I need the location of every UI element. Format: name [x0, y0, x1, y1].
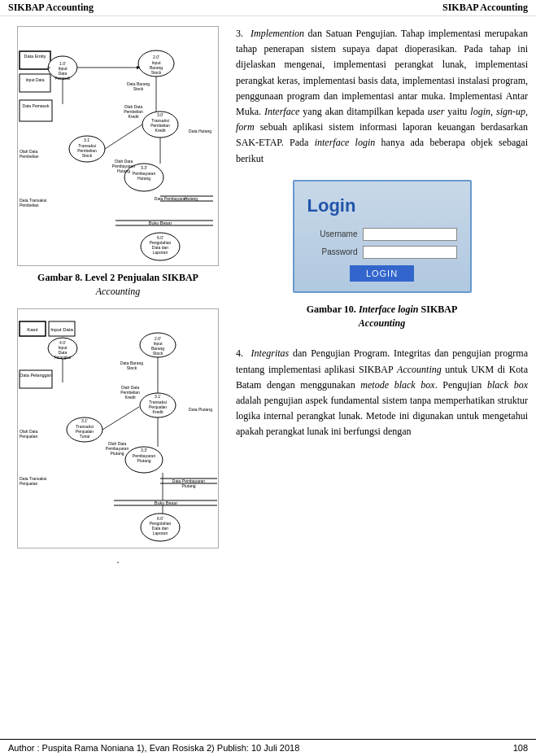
figure10-caption-italic2: Accounting — [359, 317, 405, 329]
svg-text:Hutang: Hutang — [185, 196, 198, 201]
figure8-caption-bold: Gambar 8. Level 2 Penjualan SIKBAP — [37, 272, 198, 283]
svg-text:Laporan: Laporan — [153, 250, 168, 255]
svg-text:Buku Besar: Buku Besar — [155, 500, 178, 505]
svg-text:Laporan: Laporan — [153, 531, 168, 535]
password-field: Password — [307, 246, 457, 259]
svg-text:Hutang: Hutang — [137, 176, 150, 181]
dfd-figure8-svg: Data Entity Input Data Data Pemasok 1.0'… — [18, 27, 220, 267]
svg-text:Penjualan: Penjualan — [20, 481, 37, 486]
item4-text4: . Pengujian — [435, 379, 487, 391]
svg-text:Kredit: Kredit — [155, 128, 166, 133]
footer-author: Author : Puspita Rama Noniana 1), Evan R… — [8, 743, 299, 753]
item4-text6: adalah pengujian aspek fundamental siste… — [236, 395, 528, 437]
svg-text:Data: Data — [59, 71, 68, 76]
svg-text:3.1': 3.1' — [155, 394, 161, 399]
svg-text:Hutang: Hutang — [117, 168, 130, 173]
svg-text:Stock: Stock — [153, 351, 163, 356]
figure10-caption-italic: Interface login — [359, 304, 419, 315]
header-right: SIKBAP Accounting — [442, 2, 528, 14]
item4-number: 4. — [236, 347, 243, 359]
svg-line-59 — [105, 125, 142, 149]
password-input[interactable] — [363, 246, 457, 259]
username-field: Username — [307, 228, 457, 241]
figure10-caption-bold: Gambar 10. Interface login SIKBAP — [307, 304, 457, 315]
item3-user: user — [428, 106, 445, 117]
figure9-end-dot: . — [117, 553, 120, 567]
dfd-figure9-svg: Kasir Input Data Data Pelanggan 4.0' Inp… — [18, 309, 220, 549]
svg-text:Stock: Stock — [151, 70, 162, 75]
item3-text1: dan Satuan Pengujian. Tahap implementasi… — [236, 28, 528, 117]
footer-page: 108 — [513, 743, 528, 753]
page-header: SIKBAP Accounting SIKBAP Accounting — [0, 0, 536, 16]
left-column: Data Entity Input Data Data Pemasok 1.0'… — [8, 26, 228, 732]
svg-text:Stock: Stock — [133, 86, 144, 91]
main-content: Data Entity Input Data Data Pemasok 1.0'… — [0, 20, 536, 739]
right-column: 3. Implemention dan Satuan Pengujian. Ta… — [236, 26, 528, 732]
svg-text:Data Pemasok: Data Pemasok — [23, 103, 50, 108]
item3-number: 3. — [236, 28, 243, 39]
svg-line-118 — [102, 407, 139, 430]
svg-text:Kasir: Kasir — [27, 327, 38, 332]
svg-text:Piutang: Piutang — [137, 458, 151, 463]
password-label: Password — [307, 246, 358, 259]
figure8-caption-italic: Accounting — [96, 286, 141, 297]
svg-text:Stock: Stock — [82, 153, 93, 158]
figure10-caption: Gambar 10. Interface login SIKBAP Accoun… — [307, 303, 457, 330]
figure10-container: Login Username Password LOGIN — [236, 173, 528, 340]
svg-text:Data Pelanggan: Data Pelanggan — [20, 373, 51, 378]
svg-text:Pembelian: Pembelian — [20, 154, 39, 159]
login-title: Login — [307, 191, 457, 220]
svg-text:Penjualan: Penjualan — [20, 434, 37, 439]
svg-text:Kredit: Kredit — [152, 409, 163, 414]
svg-text:Tunai: Tunai — [80, 434, 89, 439]
svg-text:3.1': 3.1' — [84, 138, 90, 142]
item4-metode: metode black box — [360, 379, 434, 391]
svg-text:Piutang: Piutang — [182, 483, 196, 488]
svg-text:Buku Besar: Buku Besar — [149, 221, 172, 225]
svg-text:2.0': 2.0' — [153, 55, 159, 59]
svg-text:Kredit: Kredit — [128, 114, 139, 119]
svg-text:Input Data: Input Data — [25, 77, 44, 82]
username-label: Username — [307, 228, 358, 241]
svg-text:3.1': 3.1' — [81, 418, 88, 423]
svg-text:3.3': 3.3' — [141, 448, 147, 452]
login-button[interactable]: LOGIN — [350, 265, 414, 282]
svg-text:Input Data: Input Data — [50, 327, 73, 332]
item3-text5: yaitu — [444, 106, 470, 117]
svg-text:Data Piutang: Data Piutang — [189, 407, 212, 412]
svg-text:Data: Data — [59, 350, 68, 355]
page-footer: Author : Puspita Rama Noniana 1), Evan R… — [0, 739, 536, 756]
login-screenshot: Login Username Password LOGIN — [293, 180, 472, 293]
svg-text:Stock: Stock — [127, 365, 137, 370]
header-left: SIKBAP Accounting — [8, 2, 94, 14]
item4-accounting: Accounting — [394, 364, 442, 375]
svg-text:Data Hutang: Data Hutang — [189, 129, 211, 133]
figure8-diagram: Data Entity Input Data Data Pemasok 1.0'… — [17, 26, 219, 266]
item3-interface: Interface — [264, 106, 299, 117]
svg-text:3.3': 3.3' — [141, 165, 147, 170]
item3-text3: yang akan ditampilkan kepada — [299, 106, 427, 117]
item3-paragraph: 3. Implemention dan Satuan Pengujian. Ta… — [236, 26, 528, 167]
item4-blackbox: black box — [487, 379, 528, 391]
username-input[interactable] — [363, 228, 457, 241]
svg-text:Pembelian: Pembelian — [20, 203, 39, 208]
page: SIKBAP Accounting SIKBAP Accounting Data… — [0, 0, 536, 756]
svg-text:Kredit: Kredit — [124, 395, 136, 400]
svg-text:Piutang: Piutang — [111, 451, 124, 456]
item3-interface-login: interface login — [315, 137, 376, 148]
figure8-caption: Gambar 8. Level 2 Penjualan SIKBAP Accou… — [37, 271, 198, 299]
right-text-content: 3. Implemention dan Satuan Pengujian. Ta… — [236, 26, 528, 447]
item4-title: Integritas — [251, 347, 290, 359]
login-button-row: LOGIN — [307, 265, 457, 282]
svg-text:3.0': 3.0' — [157, 112, 163, 117]
item3-title: Implemention — [251, 28, 304, 39]
svg-text:Data Pembayaran: Data Pembayaran — [155, 196, 188, 201]
item4-paragraph: 4. Integritas dan Pengujian Program. Int… — [236, 346, 528, 439]
figure9-diagram: Kasir Input Data Data Pelanggan 4.0' Inp… — [17, 308, 219, 548]
svg-text:Data Entity: Data Entity — [24, 54, 46, 59]
